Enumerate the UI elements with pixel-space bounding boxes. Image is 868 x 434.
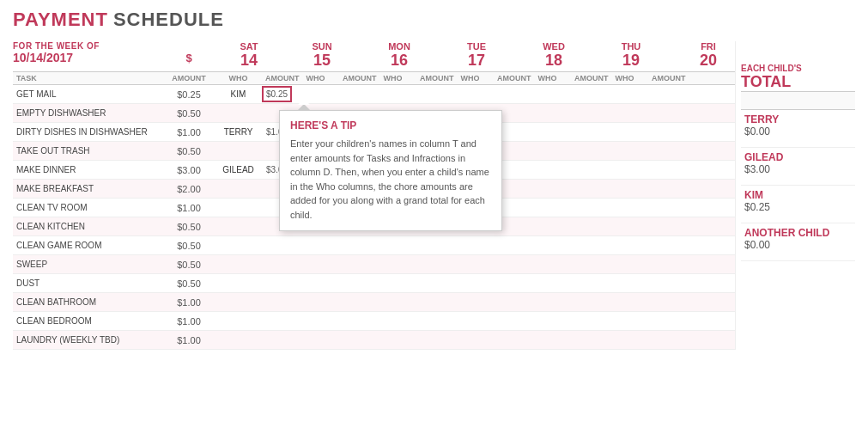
col-amount-label: AMOUNT: [163, 72, 215, 84]
day-header-wed: WED 18: [515, 41, 592, 70]
child-amount: $0.25: [744, 201, 852, 213]
child-amount: $0.00: [744, 125, 852, 138]
child-totals-list: TERRY$0.00GILEAD$3.00KIM$0.25ANOTHER CHI…: [741, 110, 855, 261]
child-name: ANOTHER CHILD: [744, 227, 852, 239]
child-total-block: TERRY$0.00: [741, 110, 855, 148]
page: PAYMENT SCHEDULE FOR THE WEEK OF 10/14/2…: [0, 0, 868, 358]
day-num-sat: 14: [240, 52, 258, 70]
table-row: CLEAN GAME ROOM$0.50: [13, 236, 735, 255]
day-name-sun: SUN: [312, 41, 331, 52]
table-row: DUST$0.50: [13, 274, 735, 293]
day-name-fri: FRI: [701, 41, 716, 52]
day-name-sat: SAT: [240, 41, 258, 52]
col-sun-who-label: WHO: [292, 72, 339, 84]
sub-header-row: TASK AMOUNT WHO AMOUNT WHO AMOUNT WHO AM…: [13, 71, 735, 85]
child-total-block: KIM$0.25: [741, 186, 855, 223]
child-name: TERRY: [744, 113, 852, 125]
table-row: GET MAIL$0.25KIM$0.25: [13, 85, 735, 104]
child-total-block: ANOTHER CHILD$0.00: [741, 223, 855, 261]
tooltip-arrow: [297, 104, 311, 111]
title-payment: PAYMENT: [13, 9, 108, 31]
day-num-mon: 16: [391, 52, 408, 70]
each-child-subheader: [741, 91, 855, 110]
col-wed-who-label: WHO: [524, 72, 571, 84]
week-date: 10/14/2017: [13, 51, 163, 64]
table-row: SWEEP$0.50: [13, 255, 735, 274]
week-info: FOR THE WEEK OF 10/14/2017: [13, 41, 163, 70]
day-num-wed: 18: [545, 52, 562, 70]
each-child-total-label: TOTAL: [741, 73, 855, 91]
title-area: PAYMENT SCHEDULE: [13, 9, 855, 31]
right-panel: EACH CHILD'S TOTAL TERRY$0.00GILEAD$3.00…: [735, 41, 855, 350]
day-num-fri: 20: [700, 52, 717, 70]
day-header-thu: THU 19: [592, 41, 670, 70]
tooltip: HERE'S A TIP Enter your children's names…: [279, 110, 502, 231]
day-header-sun: SUN 15: [283, 41, 361, 70]
col-wed-amt-label: AMOUNT: [571, 72, 601, 84]
day-name-mon: MON: [388, 41, 410, 52]
table-row: CLEAN BEDROOM$1.00: [13, 312, 735, 331]
week-label: FOR THE WEEK OF: [13, 41, 163, 51]
col-mon-amt-label: AMOUNT: [416, 72, 446, 84]
day-name-tue: TUE: [467, 41, 486, 52]
title-schedule: SCHEDULE: [113, 9, 224, 31]
tooltip-text: Enter your children's names in column T …: [290, 137, 491, 222]
col-tue-amt-label: AMOUNT: [494, 72, 524, 84]
day-num-thu: 19: [622, 52, 640, 70]
child-name: GILEAD: [744, 151, 852, 163]
day-name-wed: WED: [543, 41, 565, 52]
header-row: FOR THE WEEK OF 10/14/2017 $ SAT 14 SUN …: [13, 41, 735, 70]
day-header-tue: TUE 17: [438, 41, 515, 70]
col-mon-who-label: WHO: [369, 72, 416, 84]
dollar-header: $: [163, 41, 215, 70]
col-thu-who-label: WHO: [601, 72, 648, 84]
day-name-thu: THU: [622, 41, 641, 52]
col-sun-amt-label: AMOUNT: [339, 72, 369, 84]
day-num-tue: 17: [468, 52, 485, 70]
col-sat-amt-label: AMOUNT: [262, 72, 292, 84]
tooltip-title: HERE'S A TIP: [290, 119, 491, 131]
each-child-header-area: EACH CHILD'S TOTAL: [741, 41, 855, 91]
each-child-label: EACH CHILD'S: [741, 64, 855, 73]
child-total-block: GILEAD$3.00: [741, 148, 855, 186]
tooltip-arrow-inner: [298, 99, 310, 105]
child-name: KIM: [744, 189, 852, 201]
child-amount: $0.00: [744, 239, 852, 251]
col-sat-who-label: WHO: [215, 72, 262, 84]
day-header-fri: FRI 20: [670, 41, 735, 70]
table-row: LAUNDRY (WEEKLY TBD)$1.00: [13, 331, 735, 350]
day-header-mon: MON 16: [361, 41, 438, 70]
col-task-label: TASK: [13, 72, 163, 84]
day-num-sun: 15: [313, 52, 331, 70]
col-tue-who-label: WHO: [446, 72, 494, 84]
child-amount: $3.00: [744, 163, 852, 175]
table-row: CLEAN BATHROOM$1.00: [13, 293, 735, 312]
col-thu-amt-label: AMOUNT: [648, 72, 678, 84]
day-header-sat: SAT 14: [215, 41, 283, 70]
